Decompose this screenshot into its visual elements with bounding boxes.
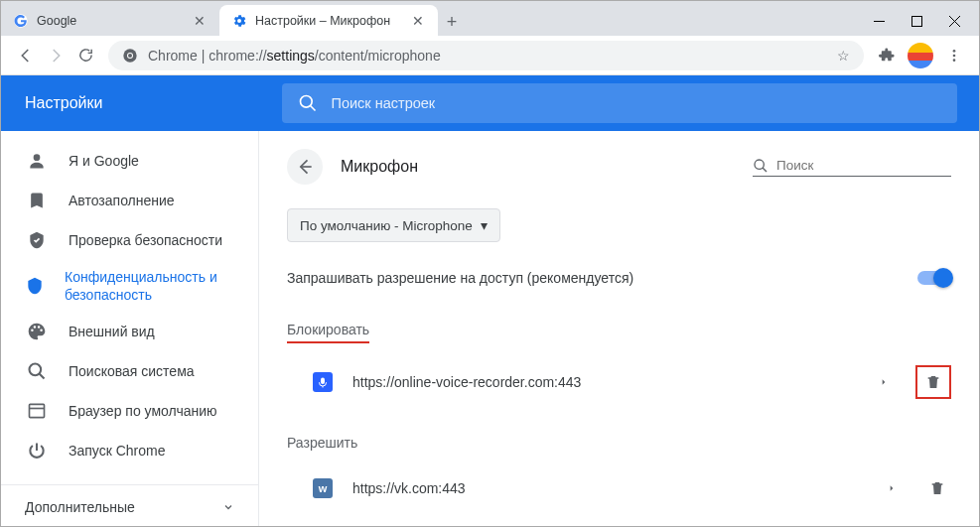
search-icon	[298, 93, 318, 113]
blocked-site-row: https://online-voice-recorder.com:443	[287, 361, 951, 403]
svg-rect-16	[30, 404, 45, 417]
tab-close-icon[interactable]: ✕	[410, 13, 426, 29]
delete-site-button[interactable]	[923, 473, 951, 503]
svg-rect-2	[911, 16, 921, 26]
settings-body: Я и Google Автозаполнение Проверка безоп…	[1, 131, 979, 527]
site-details-arrow[interactable]	[860, 482, 923, 494]
browser-icon	[25, 401, 49, 421]
sidebar-item-label: Я и Google	[69, 153, 139, 169]
settings-content: Микрофон По умолчанию - Microphone ▾ Зап…	[259, 131, 979, 527]
site-url: https://vk.com:443	[352, 480, 860, 496]
close-window-button[interactable]	[935, 7, 973, 35]
sidebar-item-safety-check[interactable]: Проверка безопасности	[1, 220, 258, 260]
chevron-down-icon	[222, 501, 234, 513]
browser-tab-google[interactable]: Google ✕	[1, 5, 219, 36]
allow-section-label: Разрешить	[287, 435, 357, 451]
shield-check-icon	[25, 230, 49, 250]
new-tab-button[interactable]: +	[438, 8, 466, 36]
content-search-input[interactable]	[776, 158, 951, 173]
menu-button[interactable]	[939, 41, 969, 70]
allowed-site-row: w https://vk.com:443	[287, 469, 951, 507]
extensions-button[interactable]	[872, 41, 902, 70]
sidebar-item-label: Внешний вид	[69, 324, 155, 339]
address-text: Chrome | chrome://settings/content/micro…	[148, 48, 829, 64]
microphone-device-dropdown[interactable]: По умолчанию - Microphone ▾	[287, 208, 500, 242]
security-icon	[25, 276, 45, 296]
sidebar-item-appearance[interactable]: Внешний вид	[1, 312, 258, 351]
browser-tab-settings[interactable]: Настройки – Микрофон ✕	[219, 5, 438, 36]
settings-sidebar: Я и Google Автозаполнение Проверка безоп…	[1, 131, 259, 527]
dropdown-label: По умолчанию - Microphone	[300, 218, 473, 233]
profile-avatar[interactable]	[908, 43, 933, 68]
sidebar-item-autofill[interactable]: Автозаполнение	[1, 181, 258, 220]
site-details-arrow[interactable]	[852, 376, 915, 388]
maximize-button[interactable]	[898, 7, 935, 35]
sidebar-advanced-label: Дополнительные	[25, 499, 135, 515]
settings-title: Настройки	[1, 94, 259, 112]
back-button[interactable]	[11, 41, 41, 70]
browser-tab-strip: Google ✕ Настройки – Микрофон ✕ +	[1, 1, 979, 36]
content-search[interactable]	[753, 158, 951, 177]
delete-site-button[interactable]	[915, 365, 951, 399]
svg-point-7	[128, 54, 132, 58]
svg-line-12	[310, 106, 315, 111]
bookmark-star-icon[interactable]: ☆	[837, 48, 850, 64]
tab-close-icon[interactable]: ✕	[192, 13, 208, 29]
sidebar-item-label: Автозаполнение	[69, 193, 175, 208]
reload-button[interactable]	[70, 41, 100, 70]
site-url: https://online-voice-recorder.com:443	[352, 374, 852, 390]
tab-title: Google	[37, 14, 192, 28]
svg-point-9	[953, 54, 956, 57]
site-favicon: w	[313, 478, 333, 498]
sidebar-item-label: Поисковая система	[69, 363, 195, 379]
svg-line-15	[40, 374, 45, 379]
content-back-button[interactable]	[287, 149, 323, 185]
palette-icon	[25, 322, 49, 341]
svg-point-19	[755, 160, 764, 169]
person-icon	[25, 151, 49, 171]
settings-header: Настройки	[1, 75, 979, 131]
chrome-page-icon	[122, 48, 138, 64]
block-section-label: Блокировать	[287, 322, 369, 343]
sidebar-item-label: Проверка безопасности	[69, 232, 222, 248]
browser-toolbar: Chrome | chrome://settings/content/micro…	[1, 36, 979, 75]
search-icon	[753, 158, 769, 174]
forward-button[interactable]	[41, 41, 70, 70]
settings-favicon	[231, 13, 247, 29]
google-favicon	[13, 13, 29, 29]
dropdown-caret-icon: ▾	[481, 217, 488, 233]
svg-point-13	[34, 154, 41, 161]
sidebar-item-on-startup[interactable]: Запуск Chrome	[1, 431, 258, 470]
svg-rect-21	[321, 378, 325, 385]
settings-search[interactable]	[282, 83, 957, 123]
sidebar-item-label: Запуск Chrome	[69, 443, 165, 459]
svg-point-8	[953, 50, 956, 53]
window-controls	[860, 6, 979, 36]
tab-title: Настройки – Микрофон	[255, 14, 410, 28]
sidebar-item-search-engine[interactable]: Поисковая система	[1, 351, 258, 391]
sidebar-item-label: Браузер по умолчанию	[69, 403, 217, 419]
sidebar-item-default-browser[interactable]: Браузер по умолчанию	[1, 391, 258, 431]
autofill-icon	[25, 191, 49, 210]
ask-permission-toggle[interactable]	[917, 271, 951, 285]
sidebar-item-me-and-google[interactable]: Я и Google	[1, 141, 258, 181]
sidebar-item-label: Конфиденциальность и безопасность	[65, 268, 234, 304]
svg-line-20	[763, 168, 767, 172]
sidebar-advanced[interactable]: Дополнительные	[1, 484, 258, 527]
search-icon	[25, 361, 49, 381]
power-icon	[25, 441, 49, 461]
settings-search-input[interactable]	[332, 95, 941, 111]
svg-point-14	[30, 364, 42, 376]
page-title: Микрофон	[341, 158, 418, 176]
address-bar[interactable]: Chrome | chrome://settings/content/micro…	[108, 41, 864, 70]
svg-point-10	[953, 59, 956, 62]
minimize-button[interactable]	[860, 7, 898, 35]
site-favicon	[313, 372, 333, 392]
sidebar-item-privacy-security[interactable]: Конфиденциальность и безопасность	[1, 260, 258, 312]
svg-point-11	[300, 96, 312, 108]
ask-permission-label: Запрашивать разрешение на доступ (рекоме…	[287, 270, 633, 286]
